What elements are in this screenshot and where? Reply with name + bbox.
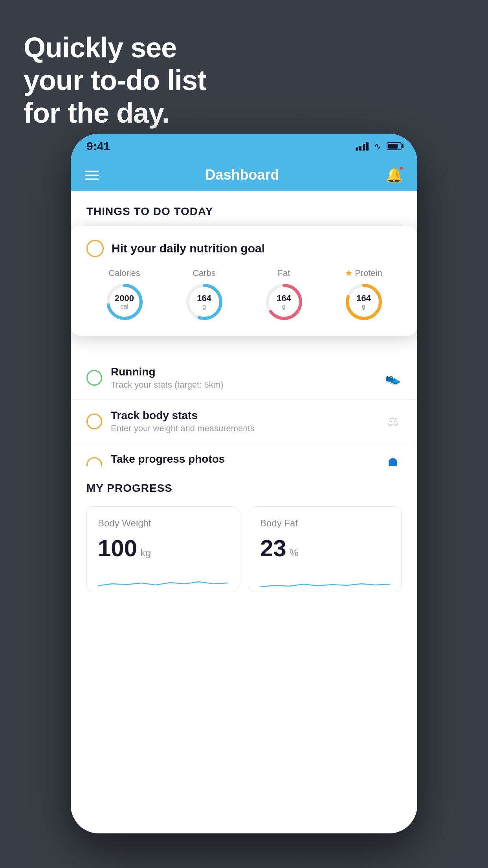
headline: Quickly see your to-do list for the day.	[24, 31, 206, 129]
nutrition-label-calories: Calories	[108, 268, 140, 278]
progress-value-1: 23	[260, 537, 286, 560]
progress-card-title-0: Body Weight	[98, 518, 228, 529]
todo-circle-0	[86, 370, 102, 386]
sparkline-0	[98, 568, 228, 592]
phone-frame: 9:41 ∿ Dashboard 🔔 THI	[71, 134, 417, 833]
progress-value-0: 100	[98, 537, 137, 560]
notification-bell-button[interactable]: 🔔	[385, 167, 403, 183]
donut-calories: 2000 cal	[105, 282, 144, 322]
progress-cards-row: Body Weight 100 kg Body Fat 23 %	[86, 506, 402, 592]
sparkline-1	[260, 568, 390, 592]
progress-card-title-1: Body Fat	[260, 518, 390, 529]
headline-line1: Quickly see	[24, 31, 206, 64]
todo-subtitle-1: Enter your weight and measurements	[111, 423, 376, 434]
todo-circle-1	[86, 414, 102, 429]
todo-item-1[interactable]: Track body stats Enter your weight and m…	[71, 400, 417, 443]
status-time: 9:41	[86, 140, 110, 153]
headline-line3: for the day.	[24, 97, 206, 129]
progress-value-row-1: 23 %	[260, 537, 390, 560]
todo-action-icon-1: ⚖	[384, 413, 402, 430]
nav-bar: Dashboard 🔔	[71, 159, 417, 191]
progress-card-body-fat[interactable]: Body Fat 23 %	[249, 506, 402, 592]
progress-unit-0: kg	[140, 547, 151, 559]
wifi-icon: ∿	[374, 141, 381, 151]
nutrition-item-carbs: Carbs 164 g	[185, 268, 224, 322]
nutrition-item-fat: Fat 164 g	[264, 268, 304, 322]
featured-nutrition-card[interactable]: Hit your daily nutrition goal Calories 2…	[71, 226, 417, 336]
battery-icon	[387, 142, 402, 150]
todo-text-1: Track body stats Enter your weight and m…	[111, 409, 376, 434]
todo-item-0[interactable]: Running Track your stats (target: 5km) 👟	[71, 356, 417, 400]
todo-title-0: Running	[111, 366, 376, 378]
nav-title: Dashboard	[205, 167, 279, 183]
hamburger-menu-button[interactable]	[85, 171, 99, 180]
nutrition-label-protein: ★ Protein	[345, 268, 382, 278]
todo-action-icon-0: 👟	[384, 369, 402, 386]
nutrition-label-fat: Fat	[278, 268, 290, 278]
nutrition-item-calories: Calories 2000 cal	[105, 268, 144, 322]
donut-center-calories: 2000 cal	[115, 294, 134, 310]
progress-header: MY PROGRESS	[86, 482, 402, 495]
donut-fat: 164 g	[264, 282, 304, 322]
star-icon: ★	[345, 268, 353, 278]
donut-carbs: 164 g	[185, 282, 224, 322]
status-icons: ∿	[356, 141, 402, 151]
todo-subtitle-0: Track your stats (target: 5km)	[111, 380, 376, 390]
progress-section: MY PROGRESS Body Weight 100 kg Body Fat …	[71, 466, 417, 608]
donut-protein: 164 g	[344, 282, 383, 322]
notification-dot	[399, 166, 404, 171]
nutrition-goal-title: Hit your daily nutrition goal	[112, 242, 265, 255]
progress-value-row-0: 100 kg	[98, 537, 228, 560]
todo-title-2: Take progress photos	[111, 453, 376, 465]
things-to-do-header: THINGS TO DO TODAY	[71, 191, 417, 226]
donut-center-protein: 164 g	[356, 294, 371, 310]
todo-text-0: Running Track your stats (target: 5km)	[111, 366, 376, 390]
nutrition-label-carbs: Carbs	[193, 268, 216, 278]
progress-card-body-weight[interactable]: Body Weight 100 kg	[86, 506, 239, 592]
donut-center-fat: 164 g	[277, 294, 291, 310]
status-bar: 9:41 ∿	[71, 134, 417, 159]
nutrition-circles-row: Calories 2000 cal Carbs 164 g	[86, 268, 402, 322]
signal-icon	[356, 142, 369, 151]
nutrition-goal-circle	[86, 240, 104, 257]
headline-line2: your to-do list	[24, 64, 206, 97]
progress-unit-1: %	[290, 547, 299, 559]
todo-title-1: Track body stats	[111, 409, 376, 422]
app-content: THINGS TO DO TODAY Hit your daily nutrit…	[71, 191, 417, 833]
nutrition-item-protein: ★ Protein 164 g	[344, 268, 383, 322]
donut-center-carbs: 164 g	[197, 294, 211, 310]
